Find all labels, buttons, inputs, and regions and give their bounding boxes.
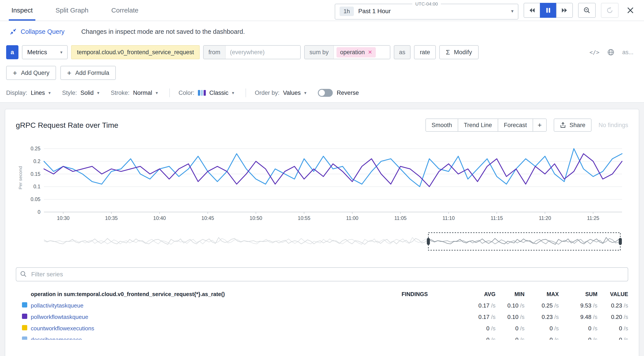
stat-avg: 0.17 /s <box>458 302 496 309</box>
metric-name-field[interactable]: temporal.cloud.v0_frontend_service_reque… <box>71 45 200 59</box>
reverse-toggle[interactable] <box>318 89 333 97</box>
color-label: Color: <box>178 89 194 96</box>
pause-button[interactable] <box>540 3 556 18</box>
top-bar: Inspect Split Graph Correlate UTC-04:00 … <box>0 0 644 21</box>
legend-row[interactable]: pollworkflowtaskqueue0.17 /s0.10 /s0.23 … <box>16 311 628 323</box>
y-axis-tick-label: 0 <box>38 209 40 215</box>
from-scope-input[interactable] <box>226 46 300 59</box>
style-select[interactable]: Solid ▾ <box>80 89 99 96</box>
reverse-label: Reverse <box>337 89 359 96</box>
as-label: as <box>394 45 411 59</box>
stat-max: 0.25 /s <box>524 302 559 309</box>
group-by-tag[interactable]: operation ✕ <box>336 47 376 57</box>
x-axis-tick-label: 11:15 <box>491 215 503 221</box>
chart-canvas[interactable]: 00.050.10.150.20.2510:3010:3510:4010:451… <box>16 141 628 227</box>
tab-split-graph[interactable]: Split Graph <box>56 0 88 21</box>
add-query-label: Add Query <box>21 69 50 76</box>
series-name-link[interactable]: pollactivitytaskqueue <box>31 302 371 309</box>
series-swatch[interactable] <box>22 337 27 340</box>
pause-icon <box>546 7 551 13</box>
add-formula-button[interactable]: + Add Formula <box>60 66 116 80</box>
x-axis-tick-label: 10:45 <box>202 215 214 221</box>
series-swatch[interactable] <box>22 325 27 330</box>
legend-rows: pollactivitytaskqueue0.17 /s0.10 /s0.25 … <box>16 300 628 340</box>
smooth-button[interactable]: Smooth <box>426 118 458 132</box>
from-filter-group: from <box>203 45 301 59</box>
sum-column-header[interactable]: SUM <box>559 291 598 297</box>
graph-title: gRPC Request Rate over Time <box>16 121 118 129</box>
from-label: from <box>204 46 226 59</box>
series-line-pollactivitytaskqueue[interactable] <box>44 149 622 187</box>
graph-card-header: gRPC Request Rate over Time Smooth Trend… <box>16 118 628 132</box>
modify-button[interactable]: Σ Modify <box>439 45 478 59</box>
rate-value: rate <box>420 49 430 56</box>
trend-line-button[interactable]: Trend Line <box>458 118 498 132</box>
data-source-select[interactable]: Metrics ▾ <box>22 45 68 59</box>
style-label: Style: <box>62 89 77 96</box>
tab-inspect[interactable]: Inspect <box>12 0 33 21</box>
time-range-picker[interactable]: UTC-04:00 1h Past 1 Hour ▾ <box>335 1 518 19</box>
close-icon <box>627 7 634 13</box>
stat-value: 0.23 /s <box>598 302 628 309</box>
stat-min: 0 /s <box>496 337 524 340</box>
skip-back-icon <box>529 8 535 13</box>
stat-avg: 0 /s <box>458 337 496 340</box>
zoom-out-button[interactable] <box>578 3 596 18</box>
minimap-canvas[interactable] <box>16 231 628 252</box>
series-swatch[interactable] <box>22 314 27 319</box>
x-axis-tick-label: 10:40 <box>153 215 166 221</box>
add-query-button[interactable]: + Add Query <box>6 66 56 80</box>
as-more-link[interactable]: as... <box>622 49 634 56</box>
timezone-label: UTC-04:00 <box>412 1 441 6</box>
style-value: Solid <box>80 89 94 96</box>
display-options-bar: Display: Lines ▾ Style: Solid ▾ Stroke: … <box>0 83 644 103</box>
group-by-group: sum by operation ✕ <box>304 45 390 59</box>
series-name-link[interactable]: describenamespace <box>31 337 371 340</box>
skip-back-button[interactable] <box>524 3 540 18</box>
code-view-icon[interactable]: </> <box>590 49 600 55</box>
max-column-header[interactable]: MAX <box>524 291 559 297</box>
group-by-tag-label: operation <box>340 49 365 56</box>
legend-row[interactable]: countworkflowexecutions0 /s0 /s0 /s0 /s0… <box>16 323 628 334</box>
stat-min: 0 /s <box>496 325 524 332</box>
close-button[interactable] <box>624 3 637 18</box>
display-type-select[interactable]: Lines ▾ <box>31 89 51 96</box>
timeline-minimap[interactable] <box>16 231 628 252</box>
time-range-row: 1h Past 1 Hour ▾ <box>340 6 514 16</box>
brush-handle-left[interactable] <box>427 238 430 245</box>
min-column-header[interactable]: MIN <box>496 291 524 297</box>
legend-row[interactable]: pollactivitytaskqueue0.17 /s0.10 /s0.25 … <box>16 300 628 311</box>
series-name-link[interactable]: pollworkflowtaskqueue <box>31 314 371 321</box>
rate-selector[interactable]: rate <box>414 45 436 59</box>
legend-row[interactable]: describenamespace0 /s0 /s0 /s0 /s0 /s <box>16 334 628 340</box>
stat-value: 0.20 /s <box>598 314 628 321</box>
time-range-badge: 1h <box>340 6 354 16</box>
timeseries-chart[interactable]: 00.050.10.150.20.2510:3010:3510:4010:451… <box>16 141 628 227</box>
undo-button[interactable] <box>601 3 618 18</box>
collapse-query-link[interactable]: Collapse Query <box>10 28 64 35</box>
share-button[interactable]: Share <box>554 118 592 132</box>
group-by-add-area[interactable] <box>378 46 390 59</box>
brush-handle-right[interactable] <box>619 238 622 245</box>
skip-forward-button[interactable] <box>556 3 573 18</box>
color-palette-select[interactable]: Classic ▾ <box>198 89 234 96</box>
order-by-value: Values <box>283 89 301 96</box>
series-name-link[interactable]: countworkflowexecutions <box>31 325 371 332</box>
remove-tag-icon[interactable]: ✕ <box>368 49 372 55</box>
tab-correlate[interactable]: Correlate <box>111 0 138 21</box>
analysis-buttons: Smooth Trend Line Forecast + <box>426 118 547 132</box>
globe-icon[interactable] <box>607 49 614 56</box>
value-column-header[interactable]: VALUE <box>598 291 628 297</box>
series-swatch[interactable] <box>22 302 27 308</box>
metric-name: temporal.cloud.v0_frontend_service_reque… <box>77 49 194 56</box>
query-actions: + Add Query + Add Formula <box>0 62 644 83</box>
forecast-button[interactable]: Forecast <box>498 118 533 132</box>
x-axis-tick-label: 10:35 <box>105 215 118 221</box>
query-editor: a Metrics ▾ temporal.cloud.v0_frontend_s… <box>0 42 644 62</box>
avg-column-header[interactable]: AVG <box>458 291 496 297</box>
share-label: Share <box>570 122 585 129</box>
filter-series-input[interactable] <box>16 267 628 281</box>
add-analysis-button[interactable]: + <box>533 118 547 132</box>
stroke-select[interactable]: Normal ▾ <box>133 89 158 96</box>
order-by-select[interactable]: Values ▾ <box>283 89 306 96</box>
